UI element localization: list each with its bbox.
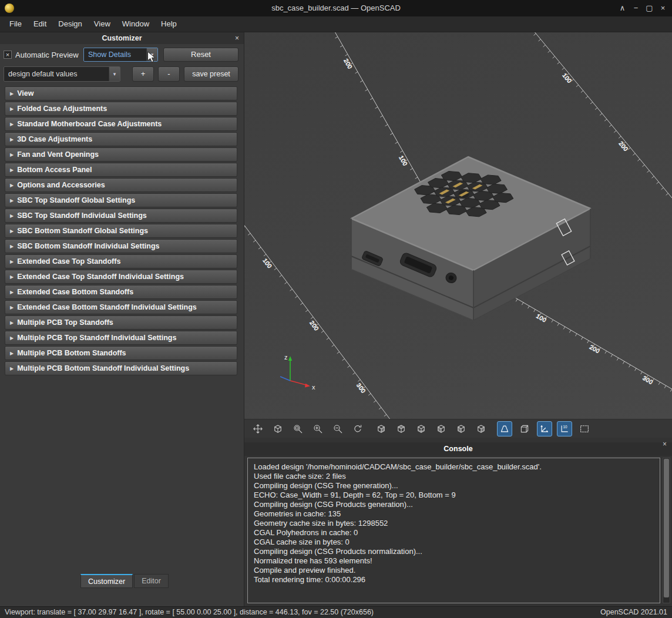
view-right-button[interactable] <box>374 421 389 436</box>
tab-customizer[interactable]: Customizer <box>80 574 133 588</box>
zoom-in-button[interactable] <box>310 421 325 436</box>
reset-view-button[interactable] <box>350 421 365 436</box>
view-all-icon <box>579 424 590 434</box>
svg-text:10: 10 <box>563 425 567 429</box>
customizer-section[interactable]: ▶Extended Case Top Standoffs <box>5 254 237 268</box>
view-top-button[interactable] <box>394 421 409 436</box>
customizer-panel: Customizer × × Automatic Preview Show De… <box>0 32 244 606</box>
console-scrollbar[interactable] <box>663 458 670 603</box>
console-panel: Console × Loaded design '/home/hominoid/… <box>244 438 672 606</box>
customizer-section[interactable]: ▶View <box>5 86 237 100</box>
console-line: Compiling design (CSG Products normaliza… <box>254 547 654 556</box>
section-label: Standard Motherboard Case Adjustments <box>17 120 162 128</box>
customizer-section[interactable]: ▶Multiple PCB Bottom Standoffs <box>5 346 237 360</box>
preset-dropdown[interactable]: design default values ▾ <box>4 66 120 82</box>
view-right-icon <box>376 424 387 434</box>
customizer-section[interactable]: ▶3D Case Adjustments <box>5 132 237 146</box>
tab-editor[interactable]: Editor <box>134 574 169 588</box>
remove-preset-button[interactable]: - <box>158 66 180 82</box>
save-preset-button[interactable]: save preset <box>184 66 238 82</box>
view-bottom-icon <box>416 424 426 434</box>
scale-marker-number: 100 <box>561 72 573 84</box>
version-text: OpenSCAD 2021.01 <box>600 607 667 618</box>
customizer-section[interactable]: ▶Multiple PCB Top Standoffs <box>5 315 237 330</box>
console-close-icon[interactable]: × <box>663 438 667 451</box>
zoom-out-icon <box>332 424 343 434</box>
shade-button[interactable]: ∧ <box>616 0 629 16</box>
add-preset-button[interactable]: + <box>132 66 154 82</box>
maximize-button[interactable]: ▢ <box>643 0 656 16</box>
expander-arrow-icon: ▶ <box>10 106 14 112</box>
viewport-status-text: Viewport: translate = [ 37.00 29.97 16.4… <box>5 607 374 618</box>
expander-arrow-icon: ▶ <box>10 320 14 325</box>
move-view-button[interactable] <box>250 421 266 436</box>
orthogonal-icon <box>519 424 530 434</box>
view-back-button[interactable] <box>473 421 489 436</box>
view-left-icon <box>436 424 446 434</box>
panel-tabbar: Customizer Editor <box>80 574 169 588</box>
rotate-view-button[interactable] <box>270 421 285 436</box>
console-line: Compile and preview finished. <box>254 566 654 575</box>
reset-button[interactable]: Reset <box>163 48 238 62</box>
customizer-section[interactable]: ▶SBC Bottom Standoff Individual Settings <box>5 239 237 253</box>
view-all-button[interactable] <box>577 421 592 436</box>
customizer-section[interactable]: ▶Extended Case Top Standoff Individual S… <box>5 270 237 284</box>
section-label: Extended Case Top Standoffs <box>17 257 120 266</box>
automatic-preview-checkbox[interactable]: × <box>4 51 12 59</box>
minimize-button[interactable]: − <box>629 0 643 16</box>
menu-help[interactable]: Help <box>155 16 183 32</box>
section-label: Fan and Vent Openings <box>17 150 99 159</box>
customizer-section[interactable]: ▶SBC Top Standoff Individual Settings <box>5 209 237 223</box>
view-left-button[interactable] <box>434 421 449 436</box>
viewport-3d[interactable]: 200100100200100200300100200300 <box>244 32 672 419</box>
section-label: Multiple PCB Top Standoffs <box>17 318 113 327</box>
customizer-section[interactable]: ▶Folded Case Adjustments <box>5 102 237 116</box>
zoom-all-button[interactable] <box>290 421 305 436</box>
zoom-out-button[interactable] <box>330 421 345 436</box>
section-label: SBC Bottom Standoff Individual Settings <box>17 242 159 250</box>
view-top-icon <box>396 424 406 434</box>
zoom-all-icon <box>293 424 303 434</box>
customizer-section[interactable]: ▶Standard Motherboard Case Adjustments <box>5 117 237 131</box>
menu-design[interactable]: Design <box>52 16 88 32</box>
customizer-section[interactable]: ▶Multiple PCB Bottom Standoff Individual… <box>5 361 237 375</box>
customizer-close-icon[interactable]: × <box>235 32 239 44</box>
scale-marker-number: 100 <box>398 154 409 167</box>
section-label: Multiple PCB Top Standoff Individual Set… <box>17 334 176 342</box>
menu-window[interactable]: Window <box>116 16 155 32</box>
orthogonal-button[interactable] <box>517 421 532 436</box>
customizer-section[interactable]: ▶SBC Top Standoff Global Settings <box>5 193 237 207</box>
close-button[interactable]: × <box>656 0 670 16</box>
section-label: Multiple PCB Bottom Standoffs <box>17 349 126 357</box>
reset-view-icon <box>352 424 363 434</box>
console-line: Used file cache size: 2 files <box>254 472 654 481</box>
customizer-section[interactable]: ▶Extended Case Bottom Standoff Individua… <box>5 300 237 314</box>
console-log: Loaded design '/home/hominoid/CADCAM/sbc… <box>247 458 660 603</box>
menu-file[interactable]: File <box>4 16 28 32</box>
customizer-section[interactable]: ▶Multiple PCB Top Standoff Individual Se… <box>5 331 237 345</box>
scale-marker-number: 300 <box>355 382 367 394</box>
section-label: View <box>17 89 33 98</box>
console-line: Compiling design (CSG Tree generation)..… <box>254 481 654 491</box>
view-bottom-button[interactable] <box>414 421 429 436</box>
perspective-button[interactable] <box>497 421 512 436</box>
expander-arrow-icon: ▶ <box>10 305 14 310</box>
show-scale-markers-button[interactable]: 10 <box>557 421 572 436</box>
customizer-section[interactable]: ▶Options and Accessories <box>5 178 237 192</box>
menu-edit[interactable]: Edit <box>28 16 52 32</box>
view-front-button[interactable] <box>453 421 469 436</box>
customizer-section[interactable]: ▶Extended Case Bottom Standoffs <box>5 285 237 299</box>
customizer-section[interactable]: ▶Bottom Access Panel <box>5 163 237 177</box>
menu-view[interactable]: View <box>88 16 116 32</box>
show-axes-button[interactable] <box>537 421 552 436</box>
customizer-section[interactable]: ▶Fan and Vent Openings <box>5 147 237 162</box>
z-axis-label: z <box>284 354 288 361</box>
console-line: Compiling design (CSG Products generatio… <box>254 500 654 509</box>
console-scrollbar-thumb[interactable] <box>664 459 669 597</box>
section-label: Options and Accessories <box>17 181 105 189</box>
scale-marker-number: 100 <box>261 257 273 270</box>
customizer-section[interactable]: ▶SBC Bottom Standoff Global Settings <box>5 224 237 238</box>
scale-marker-number: 300 <box>641 375 654 386</box>
chevron-down-icon[interactable]: ▾ <box>109 67 120 81</box>
expander-arrow-icon: ▶ <box>10 335 14 341</box>
